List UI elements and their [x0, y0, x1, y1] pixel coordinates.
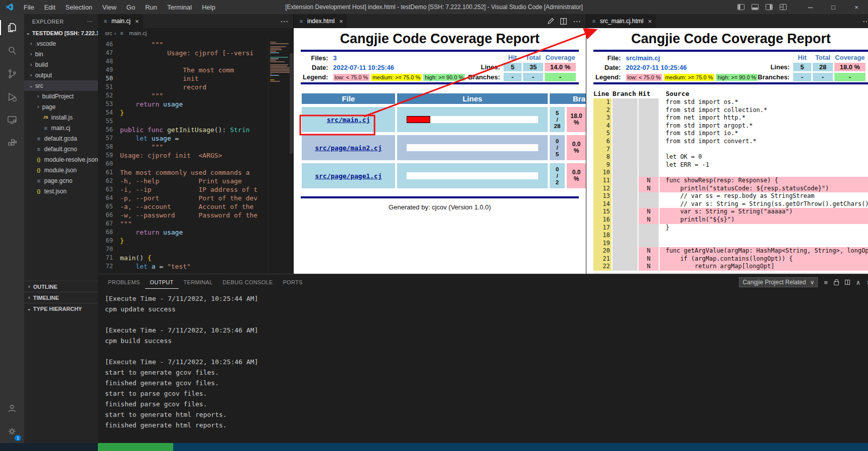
horizontal-scrollbar[interactable] [593, 272, 868, 274]
customize-layout-icon[interactable] [780, 4, 787, 10]
code-line-59[interactable]: 59Usage: cjprof init <ARGS> [98, 151, 268, 160]
tree-item--vscode[interactable]: ›.vscode [24, 38, 98, 49]
code-line-58[interactable]: 58 """ [98, 143, 268, 151]
minimize-button[interactable]: ─ [799, 0, 822, 14]
lock-scroll-icon[interactable] [834, 281, 839, 285]
menu-go[interactable]: Go [122, 2, 140, 13]
source-control-icon[interactable] [0, 62, 24, 85]
settings-gear-icon[interactable]: 1 [0, 420, 24, 443]
toggle-secondary-sidebar-icon[interactable] [766, 4, 773, 10]
menu-help[interactable]: Help [197, 2, 220, 13]
code-line-57[interactable]: 57 let usage = [98, 134, 268, 143]
search-icon[interactable] [0, 39, 24, 62]
remote-explorer-icon[interactable] [0, 108, 24, 132]
code-line-62[interactable]: 62-h, --help Print usage [98, 177, 268, 185]
maximize-button[interactable]: □ [822, 0, 845, 14]
code-line-68[interactable]: 68 return usage [98, 228, 268, 237]
tree-item-build[interactable]: ›build [24, 59, 98, 70]
code-line-67[interactable]: 67""" [98, 219, 268, 228]
code-line-56[interactable]: 56public func getInitUsage(): Strin [98, 126, 268, 134]
menu-terminal[interactable]: Terminal [163, 2, 196, 13]
code-line-53[interactable]: 53 return usage [98, 100, 268, 108]
code-line-71[interactable]: 71main() { [98, 254, 268, 262]
split-panel-icon[interactable] [845, 280, 850, 285]
code-line-51[interactable]: 51 record [98, 83, 268, 91]
code-line-66[interactable]: 66-w, --password Password of the [98, 211, 268, 219]
code-line-48[interactable]: 48 [98, 57, 268, 66]
code-line-61[interactable]: 61The most commonly used commands a [98, 168, 268, 177]
panel-tab-debug-console[interactable]: DEBUG CONSOLE [218, 276, 278, 289]
file-link[interactable]: src/page/main2.cj [315, 144, 382, 152]
code-line-63[interactable]: 63-i, --ip IP address of t [98, 185, 268, 194]
editor-scrollbar[interactable] [290, 53, 293, 154]
maximize-panel-icon[interactable]: ∧ [856, 279, 861, 286]
explorer-more-icon[interactable]: ⋯ [87, 18, 93, 25]
tree-item-install-js[interactable]: JSinstall.js [24, 112, 98, 123]
code-line-49[interactable]: 49 The most comm [98, 66, 268, 74]
code-line-50[interactable]: 50 init [98, 74, 268, 83]
account-icon[interactable] [0, 397, 24, 420]
sidebar-section-type-hierarchy[interactable]: ⌄TYPE HIERARCHY [24, 303, 98, 314]
panel-tab-problems[interactable]: PROBLEMS [103, 276, 145, 289]
tab-close-icon[interactable]: × [339, 18, 343, 25]
tab-src-main-cj-html[interactable]: ≡ src_main.cj.html × [586, 14, 656, 28]
menu-run[interactable]: Run [141, 2, 162, 13]
code-editor[interactable]: 46 """47 Usage: cjprof [--versi4849 The … [98, 38, 268, 274]
file-link[interactable]: src/page/page1.cj [315, 172, 382, 180]
panel-tab-ports[interactable]: PORTS [278, 276, 307, 289]
tree-item-module-json[interactable]: {}module.json [24, 165, 98, 175]
code-line-47[interactable]: 47 Usage: cjprof [--versi [98, 49, 268, 57]
editor-actions-more-icon[interactable]: ⋯ [573, 17, 581, 26]
breadcrumb[interactable]: src› ≡ main.cj [98, 28, 293, 38]
toggle-sidebar-icon[interactable] [737, 4, 745, 10]
menu-file[interactable]: File [19, 2, 39, 13]
output-log[interactable]: [Execute Time - 7/11/2022, 10:25:44 AM]c… [98, 290, 868, 443]
sidebar-section-timeline[interactable]: ›TIMELINE [24, 292, 98, 303]
tree-item-test-json[interactable]: {}test.json [24, 186, 98, 196]
code-line-46[interactable]: 46 """ [98, 40, 268, 49]
tab-index-html[interactable]: ≡ index.html × [294, 14, 347, 28]
tree-item-default-gcno[interactable]: ≡default.gcno [24, 144, 98, 154]
code-line-52[interactable]: 52 """ [98, 91, 268, 100]
panel-tab-terminal[interactable]: TERMINAL [179, 276, 218, 289]
menu-edit[interactable]: Edit [40, 2, 60, 13]
code-line-60[interactable]: 60 [98, 160, 268, 168]
close-button[interactable]: × [845, 0, 868, 14]
tree-item-testdemo-ssh-7-222-10-[interactable]: ⌄TESTDEMO [SSH: 7.222.10... [24, 28, 98, 38]
edit-pencil-icon[interactable] [547, 18, 554, 25]
tree-item-bin[interactable]: ›bin [24, 49, 98, 59]
code-line-54[interactable]: 54} [98, 108, 268, 117]
code-line-69[interactable]: 69} [98, 237, 268, 245]
tree-item-output[interactable]: ›output [24, 70, 98, 80]
tree-item-src[interactable]: ⌄src [24, 80, 98, 91]
menu-view[interactable]: View [98, 2, 121, 13]
output-views-icon[interactable]: ≡ [824, 279, 828, 286]
panel-tab-output[interactable]: OUTPUT [145, 276, 179, 289]
extensions-icon[interactable] [0, 132, 24, 155]
editor-actions-more-icon[interactable]: ⋯ [862, 17, 868, 26]
tree-item-module-resolve-json[interactable]: {}module-resolve.json [24, 154, 98, 165]
tab-main-cj[interactable]: ≡ main.cj × [98, 14, 144, 28]
menu-selection[interactable]: Selection [61, 2, 96, 13]
tab-close-icon[interactable]: × [135, 18, 139, 25]
tab-close-icon[interactable]: × [648, 18, 652, 25]
tree-item-buildproject[interactable]: ›buildProject [24, 91, 98, 101]
code-line-70[interactable]: 70 [98, 245, 268, 254]
tree-item-page[interactable]: ›page [24, 101, 98, 112]
code-line-64[interactable]: 64-p, --port Port of the dev [98, 194, 268, 202]
editor-actions-more-icon[interactable]: ⋯ [280, 17, 288, 26]
tree-item-default-gcda[interactable]: ≡default.gcda [24, 133, 98, 144]
output-channel-dropdown[interactable]: Cangjie Project Related ∨ [739, 277, 818, 287]
code-line-65[interactable]: 65-a, --account Account of the [98, 202, 268, 211]
explorer-icon[interactable] [0, 16, 24, 39]
sidebar-section-outline[interactable]: ›OUTLINE [24, 281, 98, 292]
remote-indicator[interactable] [98, 443, 173, 451]
code-line-72[interactable]: 72 let a = "test" [98, 262, 268, 271]
tree-item-main-cj[interactable]: ≡main.cj [24, 123, 98, 133]
toggle-panel-icon[interactable] [752, 4, 759, 10]
tree-item-page-gcno[interactable]: ≡page.gcno [24, 175, 98, 186]
run-debug-icon[interactable] [0, 85, 24, 108]
split-editor-icon[interactable] [560, 18, 567, 25]
file-link[interactable]: src/main.cj [327, 116, 370, 124]
code-line-55[interactable]: 55 [98, 117, 268, 126]
